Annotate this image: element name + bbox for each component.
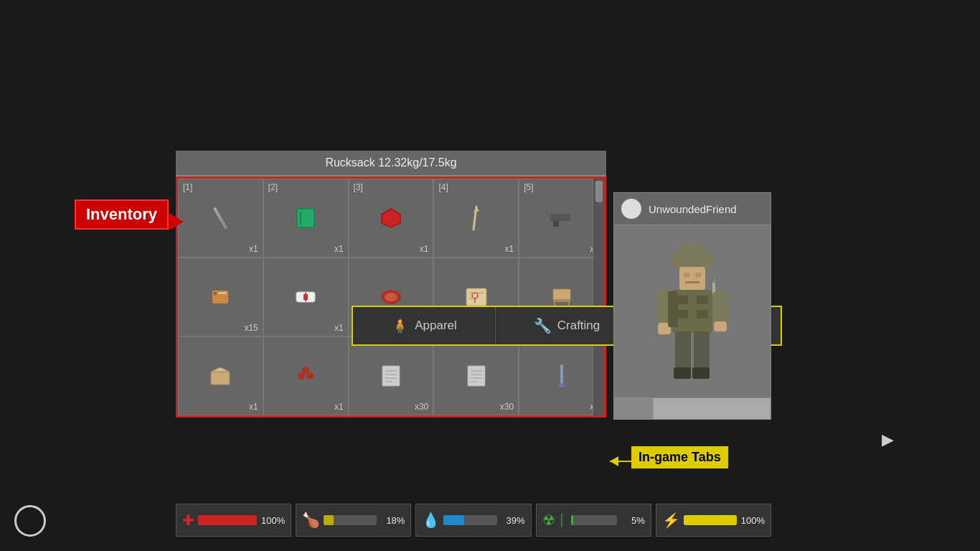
inv-slot-7[interactable]: x1 — [263, 258, 349, 336]
item-cloth — [378, 205, 404, 231]
svg-rect-60 — [694, 331, 710, 370]
tabs-annotation-arrow — [610, 461, 633, 462]
svg-rect-57 — [714, 321, 727, 331]
hunger-bar-fill — [324, 515, 333, 525]
svg-rect-16 — [466, 288, 486, 306]
svg-rect-10 — [218, 292, 227, 294]
tab-apparel[interactable]: 🧍 Apparel — [353, 307, 496, 344]
cursor-arrow: ▶ — [882, 430, 894, 449]
item-needle — [549, 363, 575, 389]
tabs-annotation: In-game Tabs — [631, 446, 728, 468]
health-bar-fill — [198, 515, 257, 525]
inv-slot-2[interactable]: [2] x1 — [263, 179, 349, 258]
inv-slot-5[interactable]: [5] x1 — [519, 179, 604, 258]
water-bar-bg — [443, 515, 496, 525]
svg-rect-40 — [560, 364, 563, 385]
svg-rect-22 — [553, 299, 570, 302]
character-name: UnwoundedFriend — [649, 203, 737, 215]
inv-slot-14[interactable]: x30 — [433, 336, 519, 415]
character-panel: UnwoundedFriend — [613, 192, 771, 420]
item-paper2 — [463, 363, 489, 389]
avatar — [621, 199, 641, 219]
water-pct: 39% — [501, 515, 525, 526]
slot-qty-11: x1 — [249, 402, 258, 412]
svg-marker-55 — [712, 276, 715, 283]
item-paper1 — [378, 363, 404, 389]
tabs-annotation-text: In-game Tabs — [639, 450, 721, 464]
inventory-scrollbar[interactable] — [593, 179, 604, 415]
slot-qty-1: x1 — [249, 244, 258, 254]
inventory-panel: Rucksack 12.32kg/17.5kg [1] x1 [2] x — [176, 151, 606, 418]
radiation-bar-line: │ — [559, 514, 566, 527]
svg-rect-30 — [382, 366, 400, 386]
slot-qty-2: x1 — [334, 244, 344, 254]
svg-point-29 — [302, 367, 309, 374]
svg-rect-59 — [675, 331, 691, 370]
svg-rect-48 — [677, 296, 688, 304]
slot-number-4: [4] — [438, 182, 448, 192]
svg-rect-62 — [692, 367, 710, 379]
svg-marker-4 — [473, 207, 479, 212]
inv-slot-13[interactable]: x30 — [349, 336, 434, 415]
svg-rect-44 — [684, 273, 689, 277]
slot-number-5: [5] — [524, 182, 533, 192]
svg-rect-50 — [677, 310, 688, 319]
game-ui: Rucksack 12.32kg/17.5kg [1] x1 [2] x — [0, 0, 980, 551]
stamina-icon: ⚡ — [662, 512, 680, 529]
status-bar-area: ✚ 100% 🍗 18% 💧 39% ☢ │ — [176, 504, 771, 537]
stamina-bar-bg — [684, 515, 737, 525]
character-model — [614, 225, 771, 397]
hunger-pct: 18% — [380, 515, 405, 526]
svg-rect-58 — [668, 291, 678, 327]
inventory-grid: [1] x1 [2] x1 [3] — [178, 179, 604, 415]
svg-marker-26 — [211, 367, 230, 372]
svg-rect-35 — [468, 366, 485, 386]
inventory-annotation: Inventory — [75, 199, 169, 230]
svg-rect-5 — [550, 214, 570, 221]
svg-rect-7 — [553, 221, 559, 227]
character-header: UnwoundedFriend — [614, 193, 771, 225]
inv-slot-6[interactable]: x15 — [178, 258, 263, 336]
radiation-bar-fill — [571, 515, 573, 525]
item-box — [207, 363, 233, 389]
water-bar-fill — [443, 515, 464, 525]
status-radiation: ☢ │ 5% — [536, 504, 651, 537]
slot-qty-3: x1 — [420, 244, 429, 254]
svg-point-27 — [298, 372, 305, 380]
svg-rect-1 — [300, 212, 301, 225]
health-icon: ✚ — [182, 512, 194, 529]
item-ammo — [293, 363, 319, 389]
status-health: ✚ 100% — [176, 504, 291, 537]
health-pct: 100% — [260, 515, 285, 526]
crafting-icon: 🔧 — [534, 317, 552, 334]
char-footer-slot1 — [614, 398, 654, 419]
hunger-bar-bg — [324, 515, 377, 525]
inv-slot-4[interactable]: [4] x1 — [433, 179, 519, 258]
slot-number-2: [2] — [268, 182, 278, 192]
item-machete — [463, 205, 489, 231]
svg-rect-0 — [297, 209, 314, 227]
apparel-icon: 🧍 — [391, 317, 409, 334]
item-food-can — [207, 284, 233, 310]
svg-rect-56 — [712, 291, 728, 323]
inv-slot-3[interactable]: [3] x1 — [349, 179, 434, 258]
svg-rect-25 — [211, 372, 230, 385]
slot-qty-14: x30 — [500, 402, 514, 412]
svg-rect-49 — [697, 296, 708, 304]
slot-qty-6: x15 — [244, 323, 258, 333]
inv-slot-15[interactable]: x2 — [519, 336, 604, 415]
inv-slot-12[interactable]: x1 — [263, 336, 349, 415]
inv-slot-1[interactable]: [1] x1 — [178, 179, 263, 258]
inv-slot-11[interactable]: x1 — [178, 336, 263, 415]
svg-rect-9 — [214, 292, 217, 295]
water-icon: 💧 — [422, 512, 440, 529]
rucksack-label: Rucksack 12.32kg/17.5kg — [325, 156, 456, 169]
svg-point-15 — [385, 293, 397, 301]
svg-rect-43 — [679, 267, 705, 290]
slot-qty-12: x1 — [334, 402, 344, 412]
item-book — [293, 205, 319, 231]
stamina-pct: 100% — [740, 515, 765, 526]
svg-rect-61 — [674, 367, 691, 379]
rucksack-header: Rucksack 12.32kg/17.5kg — [176, 151, 606, 176]
scroll-thumb — [595, 181, 603, 202]
